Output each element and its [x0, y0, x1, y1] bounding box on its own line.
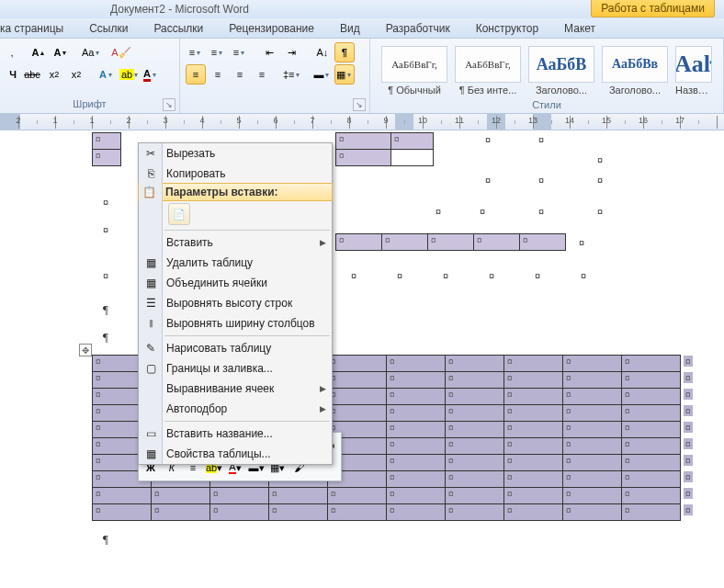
ctx-distribute-rows[interactable]: ☰Выровнять высоту строк	[139, 293, 332, 313]
ctx-insert-caption[interactable]: ▭Вставить название...	[139, 424, 332, 444]
styles-gallery[interactable]: АаБбВвГг,¶ Обычный АаБбВвГг,¶ Без инте..…	[376, 42, 718, 99]
text-effects-button[interactable]: A▾	[96, 64, 117, 85]
merge-icon: ▦	[142, 275, 159, 291]
cell-end-mark: ¤	[485, 134, 491, 145]
ctx-table-properties[interactable]: ▦Свойства таблицы...	[139, 444, 332, 464]
cell-end-mark: ¤	[597, 175, 603, 186]
window-title: Документ2 - Microsoft Word	[110, 3, 249, 16]
sub-button[interactable]: x2	[44, 64, 64, 85]
style-heading1[interactable]: АаБбВЗаголово...	[528, 46, 594, 96]
table-top[interactable]: ¤ ¤	[92, 132, 121, 166]
highlight-button[interactable]: ab▾	[119, 64, 139, 85]
cell-end-mark: ¤	[535, 270, 540, 281]
document-area: 211234567891011121314151617 ¤ ¤ ¤¤ ¤ ¤ ¤…	[0, 114, 724, 588]
style-title[interactable]: AaŀНазвани	[675, 46, 712, 96]
cell-end-mark: ¤	[397, 270, 402, 281]
change-case-button[interactable]: Aa▾	[81, 42, 101, 62]
cell-end-mark: ¤	[103, 224, 108, 235]
align-center-button[interactable]: ≡	[208, 64, 228, 85]
ctx-borders-shading[interactable]: ▢Границы и заливка...	[139, 358, 332, 379]
cell-end-mark: ¤	[597, 154, 603, 165]
contextual-tab-label: Работа с таблицами	[591, 0, 715, 17]
cell-end-mark: ¤	[579, 237, 584, 248]
group-label-para	[186, 98, 364, 113]
tab-mailings[interactable]: Рассылки	[153, 22, 203, 35]
numbering-button[interactable]: ≡▾	[208, 42, 228, 62]
cell-end-mark: ¤	[480, 206, 485, 217]
table-move-handle[interactable]: ✥	[79, 344, 92, 356]
paste-option-button[interactable]: 📄	[168, 203, 190, 225]
cell-end-mark: ¤	[485, 175, 491, 186]
shrink-font-button[interactable]: A▼	[51, 42, 71, 62]
cell-end-mark: ¤	[436, 206, 441, 217]
ctx-cell-alignment[interactable]: Выравнивание ячеек▶	[139, 379, 332, 399]
subscript-button[interactable]: Ч	[6, 64, 20, 85]
align-justify-button[interactable]: ≡	[252, 64, 272, 85]
cell-end-mark: ¤	[103, 197, 108, 208]
table-top-right[interactable]: ¤¤ ¤	[335, 132, 434, 166]
tab-references[interactable]: Ссылки	[89, 22, 128, 35]
ctx-paste-options-header: 📋Параметры вставки:	[138, 183, 333, 201]
ctx-delete-table[interactable]: ▦Удалить таблицу	[139, 253, 332, 273]
context-menu: ✂Вырезать ⎘Копировать 📋Параметры вставки…	[138, 142, 333, 465]
table-middle-row[interactable]: ¤ ¤ ¤ ¤ ¤	[335, 233, 566, 251]
pilcrow: ¶	[103, 532, 108, 547]
cell-end-mark: ¤	[489, 270, 494, 281]
style-no-spacing[interactable]: АаБбВвГг,¶ Без инте...	[455, 46, 521, 96]
tab-review[interactable]: Рецензирование	[229, 22, 314, 35]
group-label-styles: Стили	[376, 99, 718, 113]
ctx-draw-table[interactable]: ✎Нарисовать таблицу	[139, 338, 332, 358]
tab-view[interactable]: Вид	[340, 22, 360, 35]
font-dialog-launcher[interactable]: ↘	[163, 98, 175, 111]
style-normal[interactable]: АаБбВвГг,¶ Обычный	[381, 46, 447, 96]
indent-dec-button[interactable]: ⇤	[260, 42, 280, 62]
ctx-merge-cells[interactable]: ▦Объединить ячейки	[139, 273, 332, 293]
borders-button[interactable]: ▦▾	[334, 64, 355, 85]
sort-button[interactable]: A↓	[312, 42, 333, 62]
font-combo[interactable]: ,	[6, 42, 18, 62]
ctx-copy[interactable]: ⎘Копировать	[139, 164, 332, 184]
cell-end-mark: ¤	[103, 270, 108, 281]
scissors-icon: ✂	[142, 145, 159, 162]
ctx-distribute-cols[interactable]: ⦀Выровнять ширину столбцов	[139, 313, 332, 334]
strikethrough-button[interactable]: abc	[22, 64, 42, 85]
group-label-font: Шрифт	[6, 98, 174, 113]
font-color-button[interactable]: A▾	[141, 64, 161, 85]
cell-end-mark: ¤	[538, 134, 544, 145]
horizontal-ruler[interactable]: 211234567891011121314151617	[0, 114, 724, 130]
ctx-autofit[interactable]: Автоподбор▶	[139, 399, 332, 419]
align-right-button[interactable]: ≡	[230, 64, 250, 85]
tab-developer[interactable]: Разработчик	[386, 22, 450, 35]
cell-end-mark: ¤	[538, 206, 544, 217]
ribbon: , A▲ A▼ Aa▾ A🧹 Ч abc x2 x2 A▾ ab▾ A▾ Шри…	[0, 39, 724, 114]
ctx-paste-options: 📄	[139, 200, 332, 228]
ctx-insert[interactable]: Вставить▶	[139, 232, 332, 253]
tab-design[interactable]: Конструктор	[476, 22, 538, 35]
ctx-cut[interactable]: ✂Вырезать	[139, 143, 332, 164]
borders-icon: ▢	[142, 360, 159, 377]
cell-end-mark: ¤	[538, 175, 544, 186]
align-left-button[interactable]: ≡	[186, 64, 206, 85]
cell-end-mark: ¤	[351, 270, 356, 281]
para-dialog-launcher[interactable]: ↘	[353, 98, 366, 111]
tab-page-layout[interactable]: ка страницы	[0, 22, 63, 35]
bullets-button[interactable]: ≡▾	[186, 42, 206, 62]
tab-layout[interactable]: Макет	[564, 22, 595, 35]
clear-formatting-button[interactable]: A🧹	[111, 42, 131, 62]
cell-end-mark: ¤	[597, 206, 603, 217]
cell-end-mark: ¤	[581, 270, 586, 281]
properties-icon: ▦	[142, 446, 159, 462]
cell-end-mark: ¤	[443, 270, 448, 281]
grow-font-button[interactable]: A▲	[28, 42, 49, 62]
show-marks-button[interactable]: ¶	[334, 42, 355, 62]
pencil-icon: ✎	[142, 340, 159, 356]
copy-icon: ⎘	[142, 165, 159, 182]
shading-button[interactable]: ▬▾	[312, 64, 333, 85]
multilevel-button[interactable]: ≡▾	[230, 42, 250, 62]
line-spacing-button[interactable]: ‡≡▾	[282, 64, 302, 85]
caption-icon: ▭	[142, 425, 159, 442]
delete-table-icon: ▦	[142, 254, 159, 271]
style-heading2[interactable]: АаБбВвЗаголово...	[602, 46, 668, 96]
sup-button[interactable]: x2	[66, 64, 86, 85]
indent-inc-button[interactable]: ⇥	[282, 42, 302, 62]
